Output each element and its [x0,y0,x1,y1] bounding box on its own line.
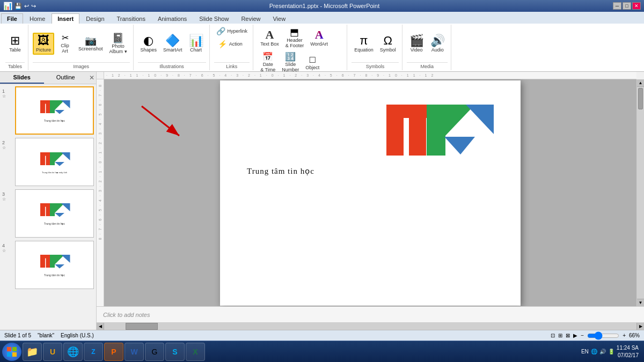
smartart-button[interactable]: 🔷 SmartArt [160,33,185,54]
start-button[interactable] [2,343,21,361]
slides-list: 1 ☆ Trung tâm tin học [0,84,96,330]
taskbar: 📁 U 🌐 Z P W G S X EN 🌐 🔊 🔋 11:24 SA 07/0… [0,341,644,362]
slide-preview-4[interactable]: Trung tâm tin học [15,241,94,289]
svg-rect-25 [50,255,55,268]
ttm-logo-main [381,97,499,172]
scroll-right-button[interactable]: ▶ [636,323,644,330]
slide-canvas[interactable]: Trung tâm tin học [220,80,521,306]
clipart-button[interactable]: ✂ ClipArt [55,32,75,55]
table-button[interactable]: ⊞ Table [5,33,25,54]
slide-thumb-4[interactable]: 4 ☆ Trung tâm tin học [2,241,94,289]
equation-button[interactable]: π Equation [352,33,376,54]
scroll-down-button[interactable]: ▼ [637,299,644,306]
ribbon-group-illustrations: ◐ Shapes 🔷 SmartArt 📊 Chart Illustration… [135,25,210,70]
tab-review[interactable]: Review [235,13,266,24]
panel-close-button[interactable]: ✕ [87,73,96,82]
windows-logo [6,346,17,357]
quick-save-icon[interactable]: 💾 [14,3,22,10]
svg-rect-39 [12,347,17,351]
view-reading-icon[interactable]: ⊠ [566,333,570,338]
tab-home[interactable]: Home [24,13,51,24]
svg-rect-17 [40,203,51,207]
video-icon: 🎬 [409,35,424,47]
close-button[interactable]: ✕ [632,2,641,10]
tab-transitions[interactable]: Transitions [111,13,151,24]
svg-rect-34 [427,105,445,156]
zoom-in-button[interactable]: + [623,333,626,338]
zoom-out-button[interactable]: − [581,333,584,338]
theme-status: "blank" [38,333,54,338]
screenshot-button[interactable]: 📷 Screenshot [76,34,106,53]
slide-logo [381,97,499,173]
object-button[interactable]: □ Object [303,53,322,72]
taskbar-chrome[interactable]: 🌐 [63,343,83,361]
slide-panel: Slides Outline ✕ 1 ☆ [0,72,97,330]
scroll-thumb[interactable] [638,88,643,109]
view-normal-icon[interactable]: ⊡ [551,333,555,338]
wordart-button[interactable]: A WordArt [308,27,331,48]
taskbar-powerpoint[interactable]: P [104,343,123,361]
undo-icon[interactable]: ↩ [24,3,29,10]
slides-tab[interactable]: Slides [0,72,44,84]
taskbar-greenapp[interactable]: G [145,343,164,361]
taskbar-uninstall[interactable]: U [43,343,62,361]
slidenumber-button[interactable]: 🔢 SlideNumber [279,51,302,74]
slide-preview-2[interactable]: Trung tâm tin học máy tính [15,138,94,186]
maximize-button[interactable]: □ [623,2,631,10]
notes-area[interactable]: Click to add notes [97,306,644,322]
audio-button[interactable]: 🔊 Audio [428,33,448,54]
taskbar-skype[interactable]: S [165,343,185,361]
textbox-icon: A [265,29,274,41]
tab-design[interactable]: Design [80,13,110,24]
view-slideshow-icon[interactable]: ▶ [573,333,577,338]
tray-language: EN [581,349,589,354]
zoom-slider[interactable] [587,334,619,338]
taskbar-word[interactable]: W [125,343,144,361]
tab-slideshow[interactable]: Slide Show [193,13,235,24]
scrollbar-horizontal[interactable]: ◀ ▶ [97,322,644,330]
symbol-button[interactable]: Ω Symbol [377,33,399,54]
outline-tab[interactable]: Outline [44,72,88,84]
slide-thumb-2[interactable]: 2 ☆ Trung tâm tin học máy tính [2,138,94,186]
picture-button[interactable]: 🖼 Picture [33,33,54,55]
hyperlink-button[interactable]: 🔗 Hyperlink [214,26,250,36]
shapes-button[interactable]: ◐ Shapes [138,33,160,54]
tab-file[interactable]: File [1,13,23,24]
taskbar-explorer[interactable]: 📁 [23,343,42,361]
clipart-icon: ✂ [62,34,69,42]
taskbar-zalo[interactable]: Z [84,343,103,361]
svg-marker-21 [55,213,64,217]
status-right: ⊡ ⊞ ⊠ ▶ − + 66% [551,333,640,338]
tab-animations[interactable]: Animations [152,13,193,24]
slide-thumb-3[interactable]: 3 ☆ Trung tâm tin học [2,189,94,238]
textbox-button[interactable]: A Text Box [258,27,282,48]
video-button[interactable]: 🎬 Video [407,33,427,54]
headerfooter-button[interactable]: ⬒ Header& Footer [283,26,307,50]
slide-main-text[interactable]: Trung tâm tin học [247,166,314,176]
shapes-icon: ◐ [143,35,153,47]
slide-star-1: ☆ [2,94,13,99]
slide-preview-1[interactable]: Trung tâm tin học [15,86,94,135]
tab-insert[interactable]: Insert [52,13,79,24]
ribbon-tabs: File Home Insert Design Transitions Anim… [0,12,644,24]
scrollbar-vertical[interactable]: ▲ ▼ [636,79,644,306]
chart-button[interactable]: 📊 Chart [186,33,206,54]
language-status: English (U.S.) [61,333,94,338]
status-bar: Slide 1 of 5 "blank" English (U.S.) ⊡ ⊞ … [0,330,644,341]
ribbon-group-media: 🎬 Video 🔊 Audio Media [404,25,451,70]
redo-icon[interactable]: ↪ [31,3,36,10]
scroll-left-button[interactable]: ◀ [97,323,104,330]
action-button[interactable]: ⚡ Action [216,39,248,49]
datetime-button[interactable]: 📅 Date& Time [258,51,278,74]
minimize-button[interactable]: ─ [613,2,621,10]
headerfooter-icon: ⬒ [290,27,299,37]
scroll-up-button[interactable]: ▲ [637,79,644,87]
photoalbum-button[interactable]: 📓 PhotoAlbum ▾ [107,32,130,56]
svg-rect-11 [50,152,55,165]
tab-view[interactable]: View [267,13,291,24]
view-slide-sorter-icon[interactable]: ⊞ [558,333,562,338]
slide-thumb-1[interactable]: 1 ☆ Trung tâm tin học [2,86,94,135]
taskbar-excel[interactable]: X [186,343,205,361]
slide-preview-3[interactable]: Trung tâm tin học [15,189,94,238]
hscroll-thumb[interactable] [126,323,158,330]
